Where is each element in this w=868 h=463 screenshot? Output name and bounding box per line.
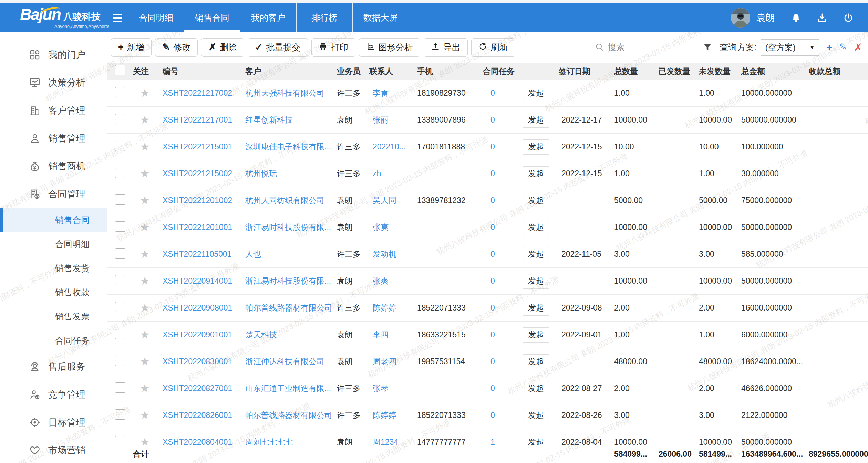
contract-code-link[interactable]: XSHT20221201001: [162, 223, 245, 232]
sidebar-subitem-销售发货[interactable]: 销售发货: [0, 256, 107, 280]
table-row[interactable]: ★ XSHT20221217002 杭州天强科技有限公司 许三多 李雷 1819…: [107, 80, 868, 107]
sidebar-item-售后服务[interactable]: 售后服务: [0, 352, 107, 380]
star-icon[interactable]: ★: [140, 168, 150, 179]
contract-code-link[interactable]: XSHT20220914001: [162, 276, 245, 286]
row-checkbox[interactable]: [115, 329, 125, 339]
task-count-link[interactable]: 0: [482, 115, 517, 125]
toolbar-button-打印[interactable]: 打印: [311, 38, 355, 57]
star-icon[interactable]: ★: [140, 249, 150, 260]
col-header-salesperson[interactable]: 业务员: [336, 66, 369, 77]
initiate-task-button[interactable]: 发起: [523, 381, 549, 396]
toolbar-button-删除[interactable]: ✗ 删除: [201, 38, 244, 57]
customer-link[interactable]: 杭州天强科技有限公司: [245, 88, 336, 98]
contact-link[interactable]: 吴大同: [369, 195, 416, 206]
contact-link[interactable]: zh: [369, 169, 416, 178]
sidebar-item-合同管理[interactable]: 合同管理: [0, 180, 107, 208]
download-icon[interactable]: [817, 13, 827, 23]
col-header-received-total[interactable]: 收款总额: [808, 66, 868, 77]
customer-link[interactable]: 浙江仲达科技有限公司: [245, 356, 336, 367]
initiate-task-button[interactable]: 发起: [523, 247, 549, 262]
row-checkbox[interactable]: [115, 275, 125, 285]
contact-link[interactable]: 张爽: [369, 276, 416, 286]
filter-funnel-icon[interactable]: [703, 43, 712, 52]
nav-tab-销售合同[interactable]: 销售合同: [184, 3, 240, 32]
star-icon[interactable]: ★: [140, 114, 150, 126]
task-count-link[interactable]: 0: [482, 169, 517, 178]
sidebar-item-销售商机[interactable]: 销售商机: [0, 152, 107, 180]
task-count-link[interactable]: 0: [482, 384, 517, 393]
customer-link[interactable]: 帕尔普线路器材有限公司: [245, 410, 336, 421]
initiate-task-button[interactable]: 发起: [523, 139, 549, 155]
task-count-link[interactable]: 0: [482, 411, 517, 420]
star-icon[interactable]: ★: [140, 87, 150, 99]
table-row[interactable]: ★ XSHT20221105001 人也 许三多 发动机 0 发起 2022-1…: [107, 241, 868, 268]
contract-code-link[interactable]: XSHT20220901001: [162, 330, 245, 339]
toolbar-button-新增[interactable]: + 新增: [111, 38, 152, 57]
task-count-link[interactable]: 0: [482, 142, 517, 151]
contact-link[interactable]: 李四: [369, 329, 416, 340]
sidebar-item-我的门户[interactable]: 我的门户: [0, 41, 107, 69]
initiate-task-button[interactable]: 发起: [523, 408, 549, 423]
task-count-link[interactable]: 0: [482, 250, 517, 259]
toolbar-button-修改[interactable]: ✎ 修改: [155, 38, 198, 57]
initiate-task-button[interactable]: 发起: [523, 301, 549, 316]
task-count-link[interactable]: 0: [482, 276, 517, 286]
col-header-total-amount[interactable]: 总金额: [741, 66, 808, 77]
task-count-link[interactable]: 0: [482, 357, 517, 366]
contract-code-link[interactable]: XSHT20220908001: [162, 303, 245, 313]
star-icon[interactable]: ★: [140, 356, 150, 367]
contract-code-link[interactable]: XSHT20221217002: [162, 88, 245, 98]
table-row[interactable]: ★ XSHT20220827001 山东汇通工业制造有限... 许三多 张琴 0…: [107, 375, 868, 402]
row-checkbox[interactable]: [115, 409, 125, 420]
col-header-phone[interactable]: 手机: [416, 66, 482, 77]
contact-link[interactable]: 202210...: [369, 142, 416, 151]
add-scheme-icon[interactable]: +: [826, 42, 833, 53]
sidebar-item-竞争管理[interactable]: 竞争管理: [0, 380, 107, 408]
initiate-task-button[interactable]: 发起: [523, 113, 549, 128]
row-checkbox[interactable]: [115, 194, 125, 205]
power-icon[interactable]: [843, 13, 854, 23]
task-count-link[interactable]: 0: [482, 330, 517, 339]
col-header-follow[interactable]: 关注: [132, 66, 162, 77]
table-row[interactable]: ★ XSHT20220830001 浙江仲达科技有限公司 袁朗 周老四 1985…: [107, 348, 868, 375]
contact-link[interactable]: 李雷: [369, 88, 416, 98]
col-header-unshipped-qty[interactable]: 未发数量: [698, 66, 741, 77]
contact-link[interactable]: 陈婷婷: [369, 303, 416, 313]
task-count-link[interactable]: 0: [482, 303, 517, 313]
table-row[interactable]: ★ XSHT20221201001 浙江易时科技股份有限... 袁朗 张爽 0 …: [107, 214, 868, 241]
row-checkbox[interactable]: [115, 114, 125, 124]
col-header-code[interactable]: 编号: [162, 66, 245, 77]
customer-link[interactable]: 浙江易时科技股份有限...: [245, 222, 336, 233]
user-avatar[interactable]: [731, 8, 750, 28]
row-checkbox[interactable]: [115, 382, 125, 393]
row-checkbox[interactable]: [115, 141, 125, 151]
sidebar-item-决策分析[interactable]: 决策分析: [0, 69, 107, 96]
col-header-shipped-qty[interactable]: 已发数量: [658, 66, 698, 77]
initiate-task-button[interactable]: 发起: [523, 220, 549, 235]
initiate-task-button[interactable]: 发起: [523, 193, 549, 208]
nav-tab-数据大屏[interactable]: 数据大屏: [353, 3, 409, 32]
contract-code-link[interactable]: XSHT20221215002: [162, 169, 245, 178]
sidebar-item-目标管理[interactable]: 目标管理: [0, 408, 107, 436]
nav-tab-我的客户[interactable]: 我的客户: [240, 3, 297, 32]
sidebar-subitem-销售合同[interactable]: 销售合同: [0, 208, 107, 232]
toolbar-button-图形分析[interactable]: 图形分析: [359, 38, 420, 57]
contract-code-link[interactable]: XSHT20221201002: [162, 196, 245, 205]
star-icon[interactable]: ★: [140, 302, 150, 314]
row-checkbox[interactable]: [115, 302, 125, 312]
contract-code-link[interactable]: XSHT20221105001: [162, 250, 245, 259]
star-icon[interactable]: ★: [140, 383, 150, 394]
contact-link[interactable]: 张爽: [369, 222, 416, 233]
star-icon[interactable]: ★: [140, 195, 150, 206]
contact-link[interactable]: 张丽: [369, 115, 416, 125]
sidebar-subitem-销售发票[interactable]: 销售发票: [0, 304, 107, 328]
task-count-link[interactable]: 0: [482, 196, 517, 205]
query-scheme-select[interactable]: (空方案) ▼: [761, 39, 819, 56]
customer-link[interactable]: 杭州大同纺织有限公司: [245, 195, 336, 206]
customer-link[interactable]: 人也: [245, 249, 336, 260]
table-row[interactable]: ★ XSHT20221217001 红星创新科技 袁朗 张丽 133890078…: [107, 107, 868, 134]
toolbar-button-导出[interactable]: 导出: [424, 38, 468, 57]
col-header-total-qty[interactable]: 总数量: [613, 66, 658, 77]
contact-link[interactable]: 发动机: [369, 249, 416, 260]
initiate-task-button[interactable]: 发起: [523, 327, 549, 343]
